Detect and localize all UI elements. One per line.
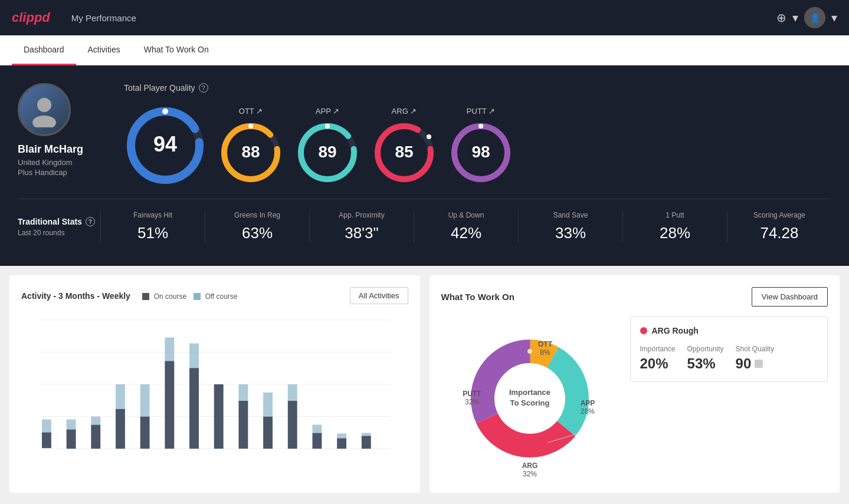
- svg-text:94: 94: [153, 132, 177, 156]
- avatar-chevron-icon[interactable]: ▾: [831, 11, 837, 25]
- header-title: My Performance: [71, 13, 136, 23]
- all-activities-button[interactable]: All Activities: [350, 287, 408, 304]
- wtw-header: What To Work On View Dashboard: [441, 287, 828, 307]
- tab-what-to-work-on[interactable]: What To Work On: [132, 35, 221, 65]
- svg-text:Importance: Importance: [509, 388, 550, 397]
- metric-opportunity: Opportunity 53%: [687, 345, 724, 372]
- player-handicap: Plus Handicap: [18, 168, 106, 177]
- svg-point-4: [162, 108, 168, 114]
- svg-rect-50: [263, 393, 273, 417]
- main-gauge: 94: [124, 104, 206, 187]
- stat-scoring: Scoring Average 74.28: [727, 211, 831, 242]
- metric-importance: Importance 20%: [640, 345, 676, 372]
- quality-info-icon[interactable]: ?: [199, 83, 208, 93]
- svg-rect-39: [116, 384, 125, 409]
- chart-title: Activity - 3 Months - Weekly: [21, 291, 130, 301]
- view-dashboard-button[interactable]: View Dashboard: [752, 287, 828, 307]
- wtw-dot: [640, 327, 647, 334]
- svg-rect-42: [165, 361, 174, 449]
- putt-label: PUTT ↗: [467, 107, 495, 116]
- svg-point-8: [248, 124, 253, 129]
- stat-1putt: 1 Putt 28%: [622, 211, 727, 242]
- ott-gauge: OTT ↗ 88: [218, 107, 283, 185]
- svg-text:32%: 32%: [522, 470, 536, 478]
- nav-tabs: Dashboard Activities What To Work On: [0, 35, 849, 65]
- svg-text:To Scoring: To Scoring: [510, 398, 549, 407]
- svg-text:APP: APP: [580, 399, 595, 407]
- svg-rect-54: [312, 424, 322, 433]
- svg-point-16: [427, 134, 431, 139]
- svg-rect-56: [337, 433, 346, 438]
- svg-rect-41: [140, 384, 150, 417]
- what-to-work-on-card: What To Work On View Dashboard: [430, 275, 840, 493]
- svg-text:88: 88: [241, 143, 260, 161]
- app-gauge: APP ↗ 89: [295, 107, 360, 185]
- svg-point-1: [32, 116, 56, 127]
- header-right: ⊕ ▾ 👤 ▾: [776, 7, 837, 28]
- donut-chart-wrap: Importance To Scoring OTT 8% APP 28% ARG…: [441, 316, 618, 481]
- legend-oncourse: On course: [142, 292, 186, 301]
- svg-text:8%: 8%: [540, 348, 550, 357]
- svg-rect-51: [288, 401, 297, 449]
- quality-label: Total Player Quality ?: [124, 83, 831, 93]
- wtw-metrics: Importance 20% Opportunity 53% Shot Qual…: [640, 345, 818, 372]
- add-icon[interactable]: ⊕: [776, 11, 786, 25]
- player-name: Blair McHarg: [18, 143, 106, 156]
- hero-section: Blair McHarg United Kingdom Plus Handica…: [0, 65, 849, 266]
- metric-opportunity-label: Opportunity: [687, 345, 724, 353]
- svg-rect-43: [165, 338, 174, 361]
- logo: clippd: [12, 10, 50, 25]
- svg-point-20: [478, 124, 483, 129]
- ott-label: OTT ↗: [239, 107, 263, 116]
- donut-svg: Importance To Scoring OTT 8% APP 28% ARG…: [441, 316, 618, 481]
- player-country: United Kingdom: [18, 158, 106, 167]
- svg-text:32%: 32%: [464, 398, 478, 406]
- quality-section: Total Player Quality ? 94 OTT ↗: [124, 83, 831, 187]
- svg-text:ARG: ARG: [522, 462, 537, 470]
- legend-offcourse: Off course: [194, 292, 237, 301]
- bottom-section: Activity - 3 Months - Weekly On course O…: [0, 266, 849, 502]
- metric-importance-label: Importance: [640, 345, 676, 353]
- metric-shotquality-label: Shot Quality: [736, 345, 774, 353]
- metric-shotquality: Shot Quality 90: [736, 345, 774, 372]
- trad-stats-label: Traditional Stats ? Last 20 rounds: [18, 217, 100, 237]
- svg-rect-48: [238, 384, 248, 401]
- player-avatar: [18, 83, 71, 136]
- player-info: Blair McHarg United Kingdom Plus Handica…: [18, 83, 106, 177]
- gauges: 94 OTT ↗ 88 APP ↗: [124, 104, 831, 187]
- wtw-title: What To Work On: [441, 292, 514, 302]
- traditional-stats: Traditional Stats ? Last 20 rounds Fairw…: [18, 211, 831, 242]
- svg-rect-44: [189, 368, 199, 449]
- arg-label: ARG ↗: [392, 107, 417, 116]
- svg-rect-52: [288, 384, 297, 401]
- svg-rect-55: [337, 438, 346, 449]
- wtw-info-title: ARG Rough: [640, 326, 818, 335]
- avatar[interactable]: 👤: [804, 7, 825, 28]
- svg-rect-58: [362, 433, 371, 436]
- header: clippd My Performance ⊕ ▾ 👤 ▾: [0, 0, 849, 35]
- shot-quality-indicator: [755, 360, 763, 368]
- svg-rect-49: [263, 417, 273, 449]
- tab-dashboard[interactable]: Dashboard: [12, 35, 76, 65]
- svg-rect-40: [140, 417, 150, 449]
- header-left: clippd My Performance: [12, 10, 136, 25]
- tab-activities[interactable]: Activities: [76, 35, 132, 65]
- svg-rect-33: [42, 420, 51, 433]
- putt-gauge: PUTT ↗ 98: [448, 107, 513, 185]
- chevron-icon[interactable]: ▾: [792, 11, 798, 25]
- svg-rect-37: [91, 417, 100, 425]
- metric-shotquality-value: 90: [736, 355, 752, 372]
- metric-importance-value: 20%: [640, 355, 676, 372]
- stat-fairways: Fairways Hit 51%: [100, 211, 205, 242]
- trad-period: Last 20 rounds: [18, 229, 100, 237]
- trad-info-icon[interactable]: ?: [86, 217, 95, 226]
- trad-stats-title: Traditional Stats ?: [18, 217, 100, 226]
- svg-rect-38: [116, 409, 125, 449]
- svg-text:28%: 28%: [580, 407, 594, 416]
- svg-rect-57: [362, 436, 371, 449]
- activity-chart-card: Activity - 3 Months - Weekly On course O…: [9, 275, 420, 493]
- svg-point-68: [527, 349, 532, 354]
- svg-text:98: 98: [471, 143, 490, 161]
- arg-gauge: ARG ↗ 85: [372, 107, 437, 185]
- wtw-content: Importance To Scoring OTT 8% APP 28% ARG…: [441, 316, 828, 481]
